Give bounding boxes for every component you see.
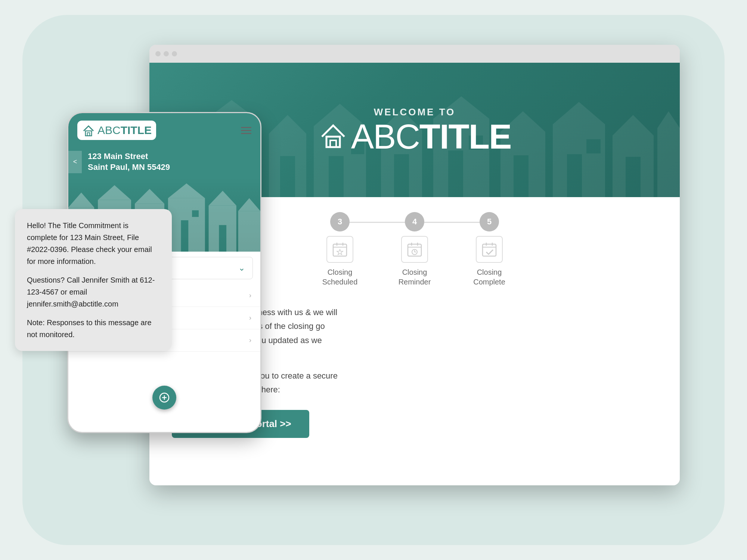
svg-marker-57 xyxy=(98,185,131,200)
step-icon-4 xyxy=(401,236,428,263)
svg-rect-66 xyxy=(192,210,199,217)
svg-marker-29 xyxy=(613,115,654,136)
step-icon-5 xyxy=(476,236,503,263)
svg-marker-8 xyxy=(269,115,306,134)
phone-task-chevron-1: › xyxy=(249,292,251,299)
svg-marker-25 xyxy=(553,102,605,124)
svg-rect-9 xyxy=(280,156,295,197)
welcome-to-text: WELCOME TO xyxy=(318,106,511,118)
sms-paragraph-2: Questions? Call Jennifer Smith at 612-12… xyxy=(27,274,160,310)
svg-rect-23 xyxy=(514,155,529,197)
step-label-5: Closing Complete xyxy=(473,267,505,287)
phone-back-button[interactable]: < xyxy=(68,151,82,173)
desktop-titlebar xyxy=(149,45,680,63)
svg-rect-70 xyxy=(238,211,260,252)
phone-header: ABCTITLE xyxy=(68,113,260,147)
home-icon xyxy=(318,121,348,152)
titlebar-dot-3 xyxy=(172,51,177,56)
titlebar-dot-2 xyxy=(164,51,169,56)
svg-rect-27 xyxy=(586,139,601,153)
svg-rect-65 xyxy=(181,220,188,252)
step-label-4: Closing Reminder xyxy=(399,267,431,287)
phone-address-bar: < 123 Main Street Saint Paul, MN 55429 xyxy=(68,147,260,177)
hamburger-line-3 xyxy=(241,133,251,134)
titlebar-dot-1 xyxy=(155,51,161,56)
step-circle-3: 3 xyxy=(330,212,350,231)
sms-paragraph-3: Note: Responses to this message are not … xyxy=(27,317,160,340)
progress-step-5: 5 Closing Complete xyxy=(452,212,527,287)
desktop-logo-text: ABCTITLE xyxy=(351,119,511,154)
header-logo-area: WELCOME TO ABCTITLE xyxy=(318,106,511,154)
phone-task-chevron-2: › xyxy=(249,314,251,322)
svg-rect-47 xyxy=(483,244,496,256)
svg-rect-16 xyxy=(394,154,409,197)
svg-rect-33 xyxy=(326,137,340,147)
chevron-down-icon: ⌄ xyxy=(238,263,245,273)
svg-rect-51 xyxy=(86,131,92,136)
phone-address-text: 123 Main Street Saint Paul, MN 55429 xyxy=(82,147,176,177)
sms-paragraph-1: Hello! The Title Commitment is complete … xyxy=(27,220,160,267)
svg-marker-39 xyxy=(337,249,343,255)
svg-marker-71 xyxy=(238,198,260,211)
phone-logo-text: ABCTITLE xyxy=(97,124,152,137)
svg-marker-68 xyxy=(209,191,236,206)
phone-task-chevron-3: › xyxy=(249,336,251,344)
svg-marker-32 xyxy=(657,111,680,128)
svg-rect-26 xyxy=(567,154,582,197)
svg-rect-69 xyxy=(219,225,226,252)
hamburger-line-1 xyxy=(241,127,251,128)
step-circle-4: 4 xyxy=(405,212,424,231)
svg-marker-61 xyxy=(135,189,164,204)
phone-fab-button[interactable] xyxy=(152,386,176,410)
svg-rect-19 xyxy=(448,150,463,197)
svg-rect-34 xyxy=(330,140,336,147)
hamburger-line-2 xyxy=(241,130,251,131)
svg-rect-30 xyxy=(626,157,641,197)
step-icon-3 xyxy=(326,236,353,263)
svg-rect-31 xyxy=(657,128,680,197)
svg-rect-12 xyxy=(329,156,344,197)
desktop-logo: ABCTITLE xyxy=(318,119,511,154)
progress-step-3: 3 Closing Scheduled xyxy=(303,212,377,287)
step-circle-5: 5 xyxy=(480,212,499,231)
hamburger-icon[interactable] xyxy=(241,127,251,134)
svg-marker-64 xyxy=(168,183,205,198)
svg-marker-54 xyxy=(68,193,94,208)
sms-bubble: Hello! The Title Commitment is complete … xyxy=(15,209,172,351)
step-label-3: Closing Scheduled xyxy=(322,267,358,287)
phone-logo: ABCTITLE xyxy=(77,121,156,140)
progress-step-4: 4 Closing Reminder xyxy=(377,212,452,287)
